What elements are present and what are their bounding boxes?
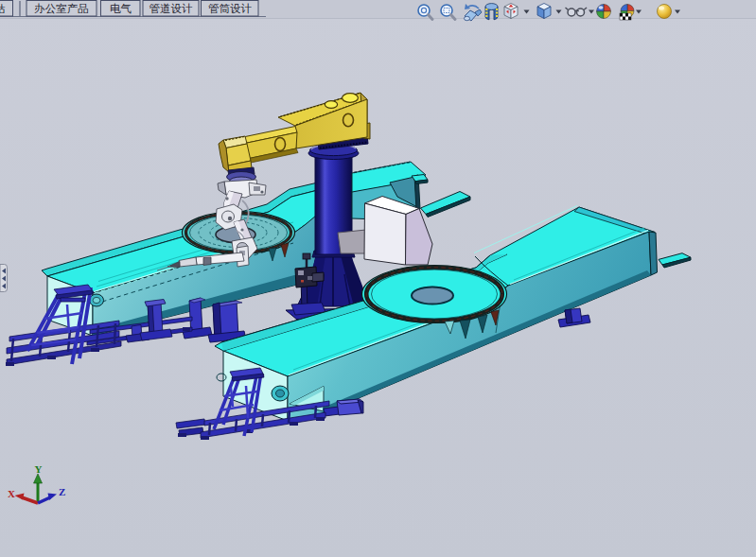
svg-text:电气: 电气 (110, 3, 132, 14)
svg-text:X: X (8, 488, 15, 499)
svg-text:管筒设计: 管筒设计 (208, 3, 253, 14)
svg-text:估: 估 (0, 3, 6, 14)
svg-text:Z: Z (59, 486, 65, 497)
svg-text:管道设计: 管道设计 (149, 3, 194, 14)
svg-text:Y: Y (35, 463, 43, 475)
svg-text:办公室产品: 办公室产品 (34, 3, 89, 14)
